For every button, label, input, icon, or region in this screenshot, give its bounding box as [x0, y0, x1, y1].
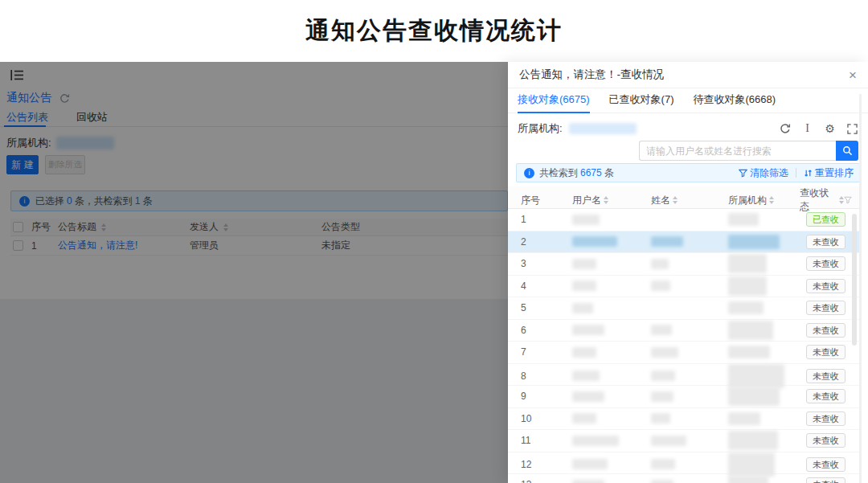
tab-unreceived[interactable]: 待查收对象(6668)	[693, 88, 776, 113]
row-height-icon[interactable]: I	[801, 123, 813, 135]
cell	[651, 370, 728, 381]
sort-icon	[804, 169, 813, 178]
row-index: 13	[521, 479, 572, 483]
organization-redacted	[728, 476, 768, 483]
col-name[interactable]: 姓名	[651, 194, 728, 207]
receipt-status-drawer: 公告通知，请注意！-查收情况 × 接收对象(6675) 已查收对象(7) 待查收…	[508, 62, 868, 483]
status-tag: 未查收	[806, 433, 845, 448]
app-stage: 通知公告 公告列表 回收站 所属机构: 新 建 删除所选	[0, 62, 868, 483]
table-tool-icons: I ⚙	[779, 123, 858, 135]
username-redacted	[572, 259, 596, 269]
cell	[572, 280, 651, 291]
cell	[651, 259, 728, 269]
status-cell: 未查收	[800, 457, 862, 472]
cell	[572, 436, 651, 446]
cell	[572, 236, 651, 247]
name-redacted	[651, 391, 674, 402]
search-input[interactable]	[639, 141, 836, 161]
name-redacted	[651, 459, 675, 469]
row-index: 10	[521, 413, 572, 424]
tab-received[interactable]: 已查收对象(7)	[609, 88, 674, 113]
status-tag: 未查收	[806, 345, 845, 359]
cell	[572, 459, 651, 469]
cell	[728, 387, 800, 406]
table-row[interactable]: 8未查收	[508, 364, 862, 387]
col-username[interactable]: 用户名	[572, 194, 651, 207]
organization-redacted	[728, 213, 759, 226]
result-count: 6675	[580, 167, 602, 178]
table-row[interactable]: 7未查收	[508, 342, 862, 364]
table-row[interactable]: 10未查收	[508, 408, 862, 431]
close-icon[interactable]: ×	[849, 68, 857, 82]
status-tag: 未查收	[806, 279, 845, 293]
username-redacted	[572, 391, 604, 402]
table-row[interactable]: 3未查收	[508, 253, 862, 276]
username-redacted	[572, 325, 604, 335]
table-row[interactable]: 1已查收	[508, 209, 862, 231]
table-row[interactable]: 13未查收	[508, 474, 862, 483]
table-row[interactable]: 4未查收	[508, 276, 862, 298]
reset-sort-link[interactable]: 重置排序	[804, 166, 854, 180]
status-cell: 未查收	[800, 389, 862, 403]
col-organization[interactable]: 所属机构	[728, 194, 800, 207]
name-redacted	[651, 413, 670, 424]
refresh-icon[interactable]	[779, 123, 791, 135]
cell	[728, 364, 800, 388]
result-count-text: 共检索到6675条	[539, 166, 614, 180]
name-redacted	[651, 370, 675, 381]
table-row[interactable]: 12未查收	[508, 452, 862, 475]
drawer-search	[639, 141, 858, 161]
organization-redacted	[728, 412, 760, 425]
cell	[728, 412, 800, 425]
status-cell: 未查收	[800, 369, 862, 383]
drawer-table-body: 1已查收2未查收3未查收4未查收5未查收6未查收7未查收8未查收9未查收10未查…	[508, 209, 862, 483]
modal-mask[interactable]	[0, 62, 508, 483]
gear-icon[interactable]: ⚙	[824, 123, 836, 135]
name-redacted	[651, 347, 678, 358]
status-cell: 未查收	[800, 345, 862, 359]
cell	[651, 325, 728, 335]
announcement-list-page: 通知公告 公告列表 回收站 所属机构: 新 建 删除所选	[0, 62, 508, 483]
cell	[572, 259, 651, 269]
drawer-org-value-redacted[interactable]	[569, 123, 637, 134]
status-cell: 未查收	[800, 433, 862, 448]
username-redacted	[572, 347, 596, 358]
tab-recipients[interactable]: 接收对象(6675)	[518, 88, 590, 113]
fullscreen-icon[interactable]	[846, 123, 858, 135]
cell	[728, 452, 800, 477]
cell	[728, 431, 800, 450]
status-tag: 未查收	[806, 477, 845, 483]
filter-funnel-icon[interactable]	[844, 196, 852, 204]
status-tag: 未查收	[806, 256, 845, 271]
search-button[interactable]	[836, 141, 858, 161]
table-scrollbar-thumb[interactable]	[852, 214, 857, 346]
info-icon: i	[524, 168, 534, 178]
drawer-table-header: 序号 用户名 姓名 所属机构 查收状态	[508, 186, 862, 209]
username-redacted	[572, 280, 596, 291]
clear-filter-link[interactable]: 清除筛选	[739, 166, 788, 180]
table-row[interactable]: 2未查收	[508, 231, 862, 254]
status-tag: 未查收	[806, 323, 845, 338]
organization-redacted	[728, 235, 780, 249]
username-redacted	[572, 215, 600, 225]
cell	[728, 235, 800, 249]
cell	[651, 413, 728, 424]
name-redacted	[651, 436, 686, 446]
table-row[interactable]: 9未查收	[508, 386, 862, 408]
row-index: 4	[521, 280, 572, 292]
username-redacted	[572, 480, 604, 483]
status-tag: 未查收	[806, 389, 845, 403]
table-row[interactable]: 11未查收	[508, 430, 862, 452]
screen: 通知公告查收情况统计 通知公告 公告列表	[0, 0, 868, 483]
col-index: 序号	[521, 194, 572, 207]
search-icon	[842, 145, 853, 156]
cell	[572, 325, 651, 335]
username-redacted	[572, 370, 600, 381]
table-row[interactable]: 6未查收	[508, 320, 862, 342]
status-cell: 未查收	[800, 411, 862, 426]
row-index: 11	[521, 435, 572, 446]
drawer-scrollbar-track[interactable]	[859, 94, 862, 483]
cell	[728, 213, 800, 226]
table-row[interactable]: 5未查收	[508, 297, 862, 320]
row-index: 9	[521, 391, 572, 402]
